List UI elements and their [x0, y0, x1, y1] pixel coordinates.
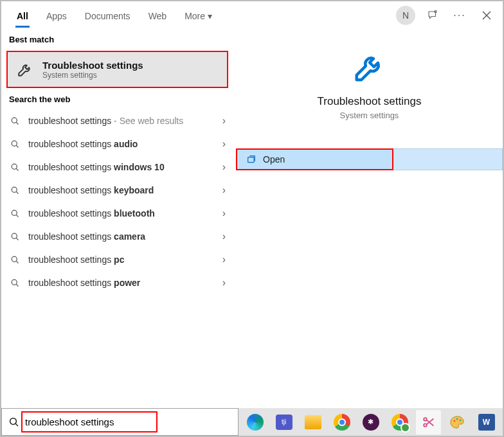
open-icon	[246, 154, 256, 165]
word-icon: W	[478, 414, 495, 431]
web-result-text: troubleshoot settings pc	[28, 254, 215, 265]
search-icon	[9, 231, 21, 242]
more-options-button[interactable]: ···	[450, 6, 469, 25]
wrench-large-icon	[350, 48, 389, 86]
chevron-right-icon: ›	[222, 208, 226, 219]
open-label: Open	[263, 154, 285, 165]
search-input[interactable]	[25, 416, 233, 427]
teams-icon: tji	[276, 415, 292, 430]
web-result-text: troubleshoot settings bluetooth	[28, 208, 215, 219]
taskbar-paint[interactable]	[445, 410, 470, 434]
svg-point-14	[456, 418, 458, 420]
svg-point-15	[459, 419, 461, 421]
taskbar-slack[interactable]: ✱	[358, 410, 383, 434]
chrome-icon	[392, 414, 408, 431]
taskbar: tji ✱ W	[239, 408, 503, 436]
taskbar-chrome-2[interactable]	[387, 410, 412, 434]
best-match-result[interactable]: Troubleshoot settings System settings	[6, 51, 228, 88]
slack-icon: ✱	[363, 414, 379, 431]
svg-point-8	[12, 280, 17, 285]
search-icon	[9, 184, 21, 196]
web-result-text: troubleshoot settings windows 10	[28, 162, 215, 172]
svg-point-7	[12, 256, 17, 262]
web-result-1[interactable]: troubleshoot settings audio ›	[1, 132, 236, 156]
section-best-match: Best match	[1, 30, 236, 49]
chevron-right-icon: ›	[222, 138, 226, 150]
svg-point-4	[12, 187, 17, 192]
chevron-right-icon: ›	[222, 184, 226, 196]
chevron-right-icon: ›	[222, 115, 226, 127]
chevron-down-icon: ▾	[208, 11, 212, 21]
avatar[interactable]: N	[396, 6, 415, 25]
web-result-text: troubleshoot settings - See web results	[28, 116, 215, 126]
close-button[interactable]	[477, 6, 496, 25]
tab-all[interactable]: All	[8, 3, 37, 28]
tab-documents[interactable]: Documents	[76, 3, 140, 28]
web-result-6[interactable]: troubleshoot settings pc ›	[1, 248, 236, 271]
taskbar-teams[interactable]: tji	[271, 410, 296, 434]
chevron-right-icon: ›	[222, 161, 226, 173]
svg-point-13	[453, 420, 455, 422]
web-results-list: troubleshoot settings - See web results …	[1, 109, 236, 294]
taskbar-explorer[interactable]	[300, 410, 325, 434]
web-result-text: troubleshoot settings power	[28, 278, 215, 288]
preview-actions: Open	[236, 148, 503, 170]
svg-point-5	[12, 210, 17, 215]
web-result-text: troubleshoot settings camera	[28, 231, 215, 242]
best-match-subtitle: System settings	[42, 71, 143, 80]
chevron-right-icon: ›	[222, 277, 226, 289]
folder-icon	[305, 415, 321, 429]
edge-icon	[247, 414, 264, 431]
feedback-icon[interactable]	[423, 6, 442, 25]
scissors-icon	[420, 414, 437, 431]
action-row-remainder[interactable]	[393, 148, 503, 170]
search-icon	[9, 115, 21, 127]
chrome-icon	[334, 414, 350, 431]
taskbar-edge[interactable]	[242, 410, 267, 434]
web-result-5[interactable]: troubleshoot settings camera ›	[1, 225, 236, 248]
best-match-title: Troubleshoot settings	[42, 60, 143, 71]
chevron-right-icon: ›	[222, 231, 226, 242]
tab-more-label: More	[184, 11, 205, 21]
svg-point-6	[12, 233, 17, 238]
preview-subtitle: System settings	[340, 111, 399, 120]
search-icon	[9, 277, 21, 289]
preview-title: Troubleshoot settings	[318, 95, 422, 108]
web-result-2[interactable]: troubleshoot settings windows 10 ›	[1, 156, 236, 179]
tab-more[interactable]: More ▾	[176, 3, 221, 28]
preview-pane: Troubleshoot settings System settings	[236, 41, 503, 137]
web-result-4[interactable]: troubleshoot settings bluetooth ›	[1, 202, 236, 225]
chevron-right-icon: ›	[222, 254, 226, 265]
search-icon	[9, 138, 21, 150]
taskbar-snip[interactable]	[416, 410, 441, 434]
open-button[interactable]: Open	[236, 148, 393, 170]
search-icon	[9, 161, 21, 173]
web-result-0[interactable]: troubleshoot settings - See web results …	[1, 109, 236, 132]
taskbar-chrome[interactable]	[329, 410, 354, 434]
svg-point-1	[12, 118, 17, 123]
web-result-7[interactable]: troubleshoot settings power ›	[1, 271, 236, 294]
section-search-web: Search the web	[1, 89, 236, 109]
header-tabs: All Apps Documents Web More ▾ N ···	[1, 1, 503, 30]
tab-apps[interactable]: Apps	[37, 3, 76, 28]
svg-point-10	[10, 418, 17, 424]
tab-web[interactable]: Web	[140, 3, 176, 28]
wrench-icon	[15, 60, 35, 79]
svg-point-3	[12, 164, 17, 169]
palette-icon	[449, 414, 466, 431]
web-result-text: troubleshoot settings keyboard	[28, 185, 215, 195]
web-result-3[interactable]: troubleshoot settings keyboard ›	[1, 179, 236, 202]
search-icon	[9, 254, 21, 265]
svg-point-2	[12, 141, 17, 146]
web-result-text: troubleshoot settings audio	[28, 139, 215, 149]
search-icon	[9, 208, 21, 219]
search-icon	[7, 415, 21, 429]
svg-rect-9	[248, 157, 254, 163]
taskbar-word[interactable]: W	[474, 410, 499, 434]
search-bar[interactable]	[1, 408, 239, 436]
